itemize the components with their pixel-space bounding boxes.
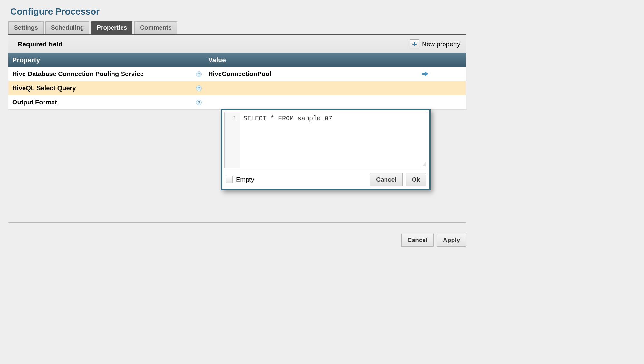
col-value: Value xyxy=(204,53,418,67)
col-actions xyxy=(418,53,466,67)
property-action-cell xyxy=(418,95,466,110)
editor-ok-button[interactable]: Ok xyxy=(406,173,426,186)
editor-footer: Empty Cancel Ok xyxy=(224,172,427,187)
table-row[interactable]: HiveQL Select Query ? xyxy=(8,81,466,95)
tabs-bar: Settings Scheduling Properties Comments xyxy=(8,21,466,35)
line-gutter: 1 xyxy=(225,112,240,168)
empty-label: Empty xyxy=(236,176,254,183)
plus-icon xyxy=(412,42,417,46)
help-icon[interactable]: ? xyxy=(196,100,202,105)
new-property-control: New property xyxy=(410,39,460,49)
property-value[interactable] xyxy=(204,95,418,110)
dialog-footer: Cancel Apply xyxy=(8,222,466,247)
property-name-cell: Hive Database Connection Pooling Service… xyxy=(8,67,204,81)
new-property-button[interactable] xyxy=(410,39,419,49)
table-row[interactable]: Hive Database Connection Pooling Service… xyxy=(8,67,466,81)
property-value[interactable]: HiveConnectionPool xyxy=(204,67,418,81)
tab-scheduling[interactable]: Scheduling xyxy=(45,21,89,34)
property-name: Hive Database Connection Pooling Service xyxy=(12,70,144,77)
properties-panel: Required field New property Property Val… xyxy=(8,35,466,110)
dialog-title: Configure Processor xyxy=(10,6,466,17)
property-name-cell: Output Format ? xyxy=(8,95,204,110)
tab-settings[interactable]: Settings xyxy=(8,21,44,34)
configure-processor-dialog: Configure Processor Settings Scheduling … xyxy=(8,6,466,247)
empty-checkbox[interactable] xyxy=(226,176,233,183)
property-name-cell: HiveQL Select Query ? xyxy=(8,81,204,95)
code-textarea[interactable]: SELECT * FROM sample_07 xyxy=(240,112,427,168)
goto-arrow-icon[interactable] xyxy=(422,72,429,76)
col-property: Property xyxy=(8,53,204,67)
line-number: 1 xyxy=(226,115,237,122)
property-action-cell xyxy=(418,81,466,95)
property-action-cell xyxy=(418,67,466,81)
empty-checkbox-wrap: Empty xyxy=(226,176,254,183)
properties-table: Property Value Hive Database Connection … xyxy=(8,53,466,110)
resize-handle-icon[interactable] xyxy=(421,162,426,166)
tab-properties[interactable]: Properties xyxy=(91,21,132,34)
required-field-label: Required field xyxy=(17,40,63,48)
value-editor-popup: 1 SELECT * FROM sample_07 Empty Cancel O… xyxy=(221,109,431,190)
code-editor[interactable]: 1 SELECT * FROM sample_07 xyxy=(224,112,427,168)
new-property-label: New property xyxy=(422,41,460,48)
property-name: HiveQL Select Query xyxy=(12,84,76,92)
table-row[interactable]: Output Format ? xyxy=(8,95,466,110)
tab-comments[interactable]: Comments xyxy=(134,21,177,34)
help-icon[interactable]: ? xyxy=(196,85,202,91)
dialog-cancel-button[interactable]: Cancel xyxy=(401,234,434,247)
dialog-apply-button[interactable]: Apply xyxy=(437,234,466,247)
property-name: Output Format xyxy=(12,99,57,106)
help-icon[interactable]: ? xyxy=(196,71,202,77)
editor-cancel-button[interactable]: Cancel xyxy=(370,173,402,186)
property-value[interactable] xyxy=(204,81,418,95)
panel-header: Required field New property xyxy=(8,35,466,53)
